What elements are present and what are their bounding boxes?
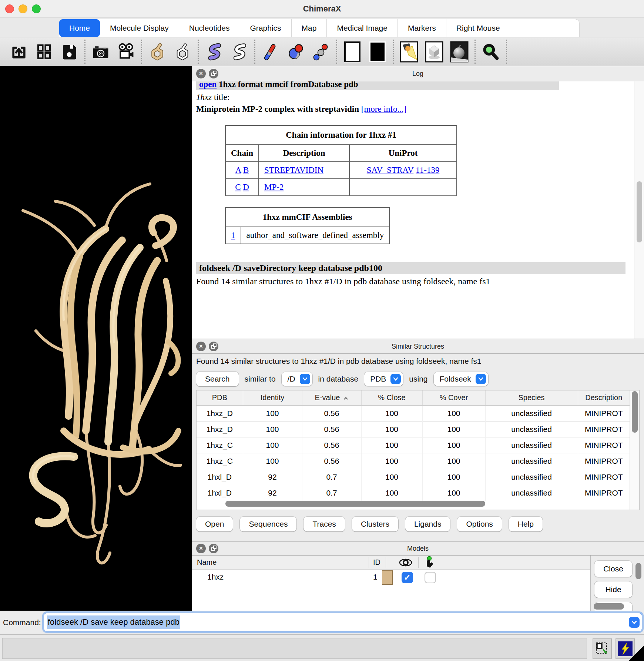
- model-id: 1: [373, 573, 378, 581]
- table-row[interactable]: 1hxz_C1000.56100100unclassifiedMINIPROT: [197, 453, 630, 469]
- full-lighting-icon[interactable]: [449, 40, 470, 63]
- show-cartoons-icon[interactable]: [203, 40, 225, 63]
- spin-movie-icon[interactable]: [115, 40, 137, 63]
- table-cell: unclassified: [485, 469, 578, 485]
- command-input[interactable]: foldseek /D save keep database pdb: [44, 613, 642, 631]
- snapshot-icon[interactable]: [90, 40, 111, 63]
- table-row[interactable]: 1hxz_C1000.56100100unclassifiedMINIPROT: [197, 437, 630, 453]
- uniprot-id-link[interactable]: SAV_STRAV: [367, 165, 414, 175]
- assemblies-table: 1hxz mmCIF Assemblies 1 author_and_softw…: [225, 207, 390, 244]
- sphere-style-icon[interactable]: [285, 40, 306, 63]
- chain-d-link[interactable]: D: [243, 182, 249, 192]
- resize-grip[interactable]: [628, 645, 644, 661]
- white-background-icon[interactable]: [342, 40, 363, 63]
- title-bar: ChimeraX: [0, 0, 644, 18]
- graphics-viewport[interactable]: [0, 66, 192, 611]
- stick-style-icon[interactable]: [260, 40, 281, 63]
- chevron-down-icon: [476, 374, 486, 384]
- mp2-link[interactable]: MP-2: [264, 182, 284, 192]
- uniprot-range-link[interactable]: 11-139: [416, 165, 439, 175]
- table-row[interactable]: 1hxz_D1000.56100100unclassifiedMINIPROT: [197, 405, 630, 421]
- recent-files-icon[interactable]: [33, 40, 55, 63]
- show-atoms-icon[interactable]: [147, 40, 168, 63]
- command-label: Command:: [3, 611, 41, 634]
- window-size-icon[interactable]: [593, 638, 612, 659]
- table-row[interactable]: 1hxz_D1000.56100100unclassifiedMINIPROT: [197, 421, 630, 437]
- structure-title-line: Miniprotein MP-2 complex with streptavid…: [196, 104, 634, 114]
- tab-right-mouse[interactable]: Right Mouse: [446, 19, 510, 37]
- col-species[interactable]: Species: [485, 390, 578, 405]
- models-vscrollbar-thumb[interactable]: [635, 563, 641, 579]
- open-command-link[interactable]: open: [199, 81, 217, 89]
- col-evalue[interactable]: E-value: [302, 390, 361, 405]
- col-description[interactable]: Description: [578, 390, 630, 405]
- model-row-1hxz[interactable]: 1hxz 1 ✓: [192, 570, 590, 586]
- models-hscrollbar-thumb[interactable]: [594, 603, 624, 610]
- black-background-icon[interactable]: [367, 40, 388, 63]
- sequences-button[interactable]: Sequences: [240, 517, 296, 531]
- tab-home[interactable]: Home: [59, 19, 100, 37]
- in-database-label: in database: [318, 375, 359, 383]
- chain-a-link[interactable]: A: [235, 165, 241, 175]
- chain-b-link[interactable]: B: [243, 165, 249, 175]
- model-close-button[interactable]: Close: [594, 561, 632, 577]
- log-scrollbar-thumb[interactable]: [637, 181, 642, 242]
- table-cell: 100: [422, 405, 485, 421]
- similar-hscrollbar-thumb[interactable]: [225, 501, 485, 507]
- table-cell: 100: [243, 453, 302, 469]
- table-cell: 100: [243, 405, 302, 421]
- table-cell: unclassified: [485, 453, 578, 469]
- model-hide-button[interactable]: Hide: [594, 581, 632, 598]
- table-cell: 100: [361, 405, 422, 421]
- similar-vscrollbar-thumb[interactable]: [632, 391, 638, 433]
- open-button[interactable]: Open: [196, 517, 233, 531]
- similar-vscrollbar[interactable]: [630, 390, 639, 510]
- assembly-name: author_and_software_defined_assembly: [241, 227, 390, 244]
- streptavidin-link[interactable]: STREPTAVIDIN: [264, 165, 323, 175]
- model-selected-checkbox[interactable]: [425, 572, 436, 583]
- col-cover[interactable]: % Cover: [422, 390, 485, 405]
- table-cell: MINIPROT: [578, 421, 630, 437]
- model-shown-checkbox[interactable]: ✓: [402, 572, 413, 583]
- log-scrollbar[interactable]: [634, 81, 644, 339]
- similar-table-body: 1hxz_D1000.56100100unclassifiedMINIPROT1…: [197, 405, 630, 501]
- more-info-link[interactable]: [more info...]: [361, 104, 407, 114]
- simple-lighting-icon[interactable]: [398, 40, 420, 63]
- table-cell: MINIPROT: [578, 453, 630, 469]
- table-cell: 92: [243, 469, 302, 485]
- ligands-button[interactable]: Ligands: [405, 517, 450, 531]
- open-icon[interactable]: [8, 40, 30, 63]
- model-color-swatch[interactable]: [382, 570, 393, 585]
- assembly-1-link[interactable]: 1: [231, 231, 235, 240]
- chain-c-link[interactable]: C: [235, 182, 241, 192]
- table-row[interactable]: 1hxl_D920.7100100unclassifiedMINIPROT: [197, 485, 630, 501]
- col-pdb[interactable]: PDB: [197, 390, 243, 405]
- tab-medical-image[interactable]: Medical Image: [327, 19, 398, 37]
- tab-molecule-display[interactable]: Molecule Display: [100, 19, 179, 37]
- search-button[interactable]: Search: [196, 372, 239, 386]
- col-close[interactable]: % Close: [361, 390, 422, 405]
- table-cell: 100: [422, 421, 485, 437]
- col-identity[interactable]: Identity: [243, 390, 302, 405]
- hide-atoms-icon[interactable]: [172, 40, 193, 63]
- soft-lighting-icon[interactable]: [423, 40, 445, 63]
- table-row[interactable]: 1hxl_D920.7100100unclassifiedMINIPROT: [197, 469, 630, 485]
- hide-cartoons-icon[interactable]: [228, 40, 250, 63]
- chain-select[interactable]: /D: [282, 372, 312, 386]
- table-cell: 0.56: [302, 437, 361, 453]
- options-button[interactable]: Options: [457, 517, 502, 531]
- zoom-icon[interactable]: [480, 40, 502, 63]
- clusters-button[interactable]: Clusters: [352, 517, 398, 531]
- tab-graphics[interactable]: Graphics: [240, 19, 292, 37]
- method-select[interactable]: Foldseek: [434, 372, 488, 386]
- tab-map[interactable]: Map: [292, 19, 327, 37]
- command-history-chevron-icon[interactable]: [629, 617, 640, 628]
- database-select[interactable]: PDB: [364, 372, 403, 386]
- ball-and-stick-style-icon[interactable]: [310, 40, 332, 63]
- tab-nucleotides[interactable]: Nucleotides: [179, 19, 240, 37]
- similar-results-table: PDB Identity E-value % Close % Cover Spe…: [196, 390, 640, 510]
- save-icon[interactable]: [58, 40, 80, 63]
- traces-button[interactable]: Traces: [303, 517, 345, 531]
- tab-markers[interactable]: Markers: [398, 19, 446, 37]
- help-button[interactable]: Help: [509, 517, 543, 531]
